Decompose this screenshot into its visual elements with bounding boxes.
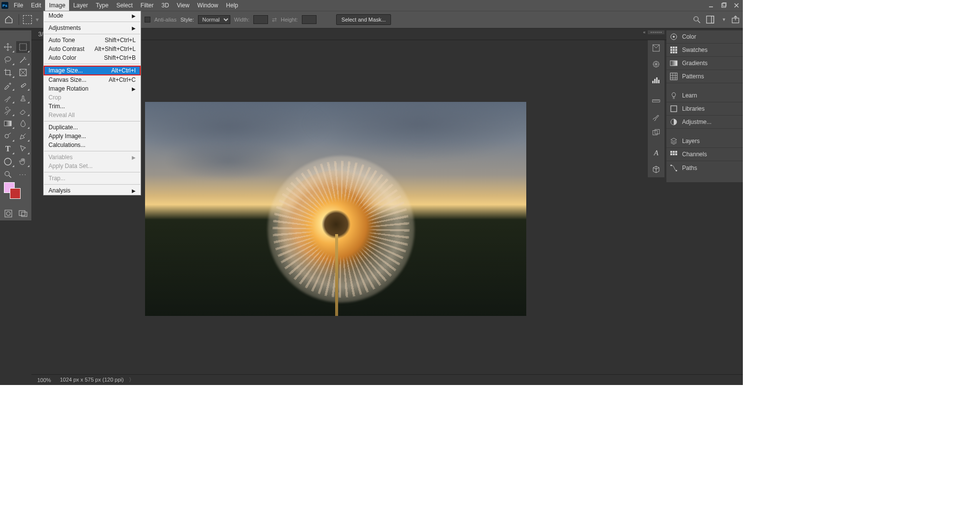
menu-image[interactable]: Image	[45, 0, 69, 11]
window-close-button[interactable]	[730, 0, 743, 11]
clone-stamp-tool[interactable]	[16, 92, 30, 104]
quick-mask-icon[interactable]	[2, 208, 14, 219]
dditem-duplicate[interactable]: Duplicate...	[44, 123, 141, 132]
menu-file[interactable]: File	[10, 0, 27, 11]
crop-tool[interactable]	[1, 67, 15, 78]
menu-help[interactable]: Help	[222, 0, 242, 11]
magic-wand-tool[interactable]	[16, 54, 30, 66]
status-zoom[interactable]: 100%	[37, 377, 51, 383]
pen-tool[interactable]	[16, 130, 30, 142]
history-icon[interactable]	[648, 40, 664, 56]
panel-learn[interactable]: Learn	[666, 89, 743, 102]
right-panel: Color Swatches Gradients Patterns Learn …	[666, 30, 743, 182]
home-button[interactable]	[3, 14, 15, 25]
character-icon[interactable]: A	[648, 145, 664, 162]
svg-rect-55	[670, 153, 672, 155]
path-select-tool[interactable]	[16, 143, 30, 155]
dditem-trim[interactable]: Trim...	[44, 102, 141, 111]
dditem-auto-tone[interactable]: Auto ToneShift+Ctrl+L	[44, 36, 141, 45]
dditem-canvas-size[interactable]: Canvas Size...Alt+Ctrl+C	[44, 75, 141, 84]
panel-label: Adjustme...	[682, 119, 711, 125]
svg-rect-49	[670, 73, 677, 80]
panel-color[interactable]: Color	[666, 30, 743, 44]
panel-swatches[interactable]: Swatches	[666, 44, 743, 57]
app-logo-icon: Ps	[0, 0, 10, 11]
dditem-mode[interactable]: Mode▶	[44, 11, 141, 20]
dodge-tool[interactable]	[1, 130, 15, 142]
panel-channels[interactable]: Channels	[666, 148, 743, 161]
dditem-adjustments[interactable]: Adjustments▶	[44, 24, 141, 32]
document-canvas[interactable]	[145, 102, 526, 316]
clone-source-icon[interactable]	[648, 125, 664, 141]
menu-edit[interactable]: Edit	[27, 0, 45, 11]
expand-right-panels-icon[interactable]: «	[642, 30, 647, 34]
menu-window[interactable]: Window	[194, 0, 222, 11]
window-maximize-button[interactable]	[717, 0, 730, 11]
svg-point-25	[6, 212, 10, 216]
dditem-auto-contrast[interactable]: Auto ContrastAlt+Shift+Ctrl+L	[44, 45, 141, 53]
cube-icon[interactable]	[648, 161, 664, 177]
panel-libraries[interactable]: Libraries	[666, 102, 743, 116]
type-tool[interactable]: T	[1, 143, 15, 155]
dditem-apply-image[interactable]: Apply Image...	[44, 132, 141, 141]
workspace-switcher-icon[interactable]	[706, 15, 717, 24]
width-input[interactable]	[253, 15, 268, 24]
panel-label: Libraries	[682, 105, 705, 112]
eyedropper-tool[interactable]	[1, 79, 15, 91]
history-brush-tool[interactable]	[1, 105, 15, 117]
height-label: Height:	[281, 17, 298, 23]
menu-select[interactable]: Select	[112, 0, 136, 11]
edit-toolbar-button[interactable]: ···	[16, 168, 30, 180]
dditem-image-rotation[interactable]: Image Rotation▶	[44, 84, 141, 93]
histogram-icon[interactable]	[648, 72, 664, 88]
panel-adjustments[interactable]: Adjustme...	[666, 116, 743, 129]
style-select[interactable]: Normal	[198, 15, 230, 24]
move-tool[interactable]	[1, 41, 15, 53]
menu-layer[interactable]: Layer	[69, 0, 92, 11]
menu-type[interactable]: Type	[92, 0, 112, 11]
panel-paths[interactable]: Paths	[666, 161, 743, 174]
background-swatch[interactable]	[10, 188, 21, 199]
panel-patterns[interactable]: Patterns	[666, 70, 743, 83]
anti-alias-checkbox[interactable]	[145, 17, 150, 23]
status-bar: 100% 1024 px x 575 px (120 ppi) 〉	[31, 374, 743, 385]
eraser-tool[interactable]	[16, 105, 30, 117]
svg-rect-39	[670, 47, 672, 48]
menu-3d[interactable]: 3D	[157, 0, 172, 11]
dditem-analysis[interactable]: Analysis▶	[44, 186, 141, 195]
brush-tool[interactable]	[1, 92, 15, 104]
shape-tool[interactable]	[1, 156, 15, 168]
search-icon[interactable]	[692, 15, 701, 24]
select-and-mask-button[interactable]: Select and Mask...	[336, 14, 392, 25]
panel-gradients[interactable]: Gradients	[666, 57, 743, 70]
screen-mode-icon[interactable]	[17, 208, 29, 219]
dditem-calculations[interactable]: Calculations...	[44, 141, 141, 149]
height-input[interactable]	[302, 15, 317, 24]
menu-filter[interactable]: Filter	[137, 0, 158, 11]
lasso-tool[interactable]	[1, 54, 15, 66]
rect-marquee-tool[interactable]	[16, 41, 30, 53]
color-swatches[interactable]	[1, 181, 30, 205]
swap-dimensions-icon[interactable]: ⇄	[272, 16, 277, 23]
rail1-drag-handle[interactable]	[648, 30, 664, 34]
spot-heal-tool[interactable]	[16, 79, 30, 91]
marquee-tool-indicator-icon[interactable]	[23, 15, 32, 24]
status-doc-info[interactable]: 1024 px x 575 px (120 ppi)	[60, 377, 123, 383]
blur-tool[interactable]	[16, 118, 30, 129]
svg-rect-46	[673, 51, 675, 53]
brushes-icon[interactable]	[648, 109, 664, 125]
svg-rect-58	[670, 165, 672, 166]
gradient-tool[interactable]	[1, 118, 15, 129]
zoom-tool[interactable]	[1, 168, 15, 180]
navigator-icon[interactable]	[648, 56, 664, 72]
menu-view[interactable]: View	[173, 0, 194, 11]
dditem-image-size[interactable]: Image Size...Alt+Ctrl+I	[44, 66, 141, 75]
window-minimize-button[interactable]	[705, 0, 717, 11]
panel-layers[interactable]: Layers	[666, 135, 743, 148]
ruler-icon[interactable]	[648, 93, 664, 109]
dditem-auto-color[interactable]: Auto ColorShift+Ctrl+B	[44, 53, 141, 62]
hand-tool[interactable]	[16, 156, 30, 168]
chevron-right-icon[interactable]: 〉	[125, 377, 134, 383]
share-icon[interactable]	[731, 15, 740, 24]
frame-tool[interactable]	[16, 67, 30, 78]
